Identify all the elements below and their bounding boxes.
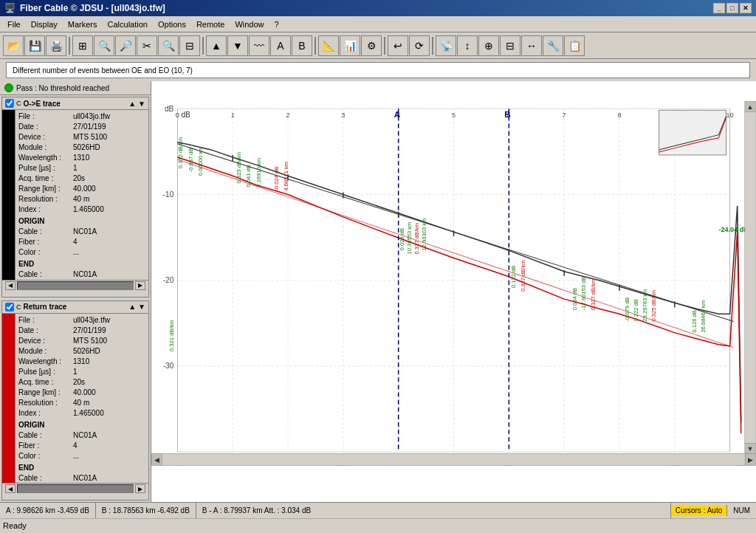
close-button[interactable]: ✕ — [740, 3, 752, 13]
title-bar: 🖥️ Fiber Cable © JDSU - [ull043jo.tfw] _… — [0, 0, 756, 16]
svg-text:0.332 dB/km: 0.332 dB/km — [177, 137, 184, 169]
return-scroll-track[interactable] — [17, 484, 134, 493]
toolbar-extra4[interactable]: 📋 — [564, 35, 585, 56]
return-scroll-right[interactable]: ▶ — [135, 484, 145, 493]
menu-help[interactable]: ? — [270, 18, 284, 30]
toolbar-extra1[interactable]: ⊟ — [500, 35, 520, 56]
svg-text:▼: ▼ — [746, 445, 753, 453]
info-bar-container: Different number of events between OE an… — [0, 59, 756, 81]
oe-trace-section: C O->E trace ▲ ▼ File :ull043jo.tfw Date… — [1, 97, 149, 298]
menu-remote[interactable]: Remote — [192, 18, 230, 30]
toolbar-extra2[interactable]: ↔ — [521, 35, 542, 56]
marker-a-status: A : 9.98626 km -3.459 dB — [0, 503, 96, 518]
toolbar-measure[interactable]: 📐 — [318, 35, 339, 56]
toolbar-scale[interactable]: ↕ — [457, 35, 478, 56]
svg-rect-83 — [162, 453, 746, 465]
svg-text:▶: ▶ — [748, 456, 753, 464]
toolbar-print[interactable]: 🖨️ — [46, 35, 66, 56]
toolbar-open[interactable]: 📂 — [3, 35, 24, 56]
svg-text:0.321 dB/km: 0.321 dB/km — [168, 320, 175, 351]
toolbar-zoom-fit[interactable]: ⊟ — [179, 35, 200, 56]
info-message: Different number of events between OE an… — [13, 66, 193, 75]
toolbar-sep-3 — [315, 37, 316, 55]
toolbar-search[interactable]: 🔍 — [158, 35, 179, 56]
menu-display[interactable]: Display — [27, 18, 62, 30]
toolbar-undo[interactable]: ↩ — [388, 35, 408, 56]
svg-text:3: 3 — [341, 111, 345, 119]
return-trace-scroll-up[interactable]: ▲ — [128, 303, 136, 311]
toolbar-zoom-in[interactable]: 🔍 — [94, 35, 114, 56]
return-trace-body: File :ull043je.tfw Date :27/01/199 Devic… — [2, 314, 148, 484]
toolbar-zoom-out[interactable]: 🔎 — [115, 35, 136, 56]
svg-text:-30: -30 — [163, 362, 174, 370]
svg-text:A: A — [394, 110, 400, 119]
trace-direction-icon: C — [16, 100, 21, 107]
svg-text:-0.987 dB: -0.987 dB — [188, 148, 194, 172]
return-trace-color-strip — [2, 314, 16, 484]
chart-area[interactable]: dB -10 -20 -30 0 1 2 3 4 5 6 7 8 9 10 0 … — [151, 81, 756, 502]
svg-text:-20: -20 — [163, 276, 174, 284]
oe-trace-checkbox[interactable] — [5, 99, 14, 108]
toolbar-redo[interactable]: ⟳ — [409, 35, 430, 56]
return-trace-section: C Return trace ▲ ▼ File :ull043je.tfw Da… — [1, 300, 149, 501]
toolbar-down[interactable]: ▼ — [227, 35, 248, 56]
toolbar: 📂 💾 🖨️ ⊞ 🔍 🔎 ✂ 🔍 ⊟ ▲ ▼ 〰 A B 📐 📊 ⚙ ↩ ⟳ 📡… — [0, 32, 756, 59]
title-text: 🖥️ Fiber Cable © JDSU - [ull043jo.tfw] — [4, 3, 165, 13]
svg-text:0.222 dB: 0.222 dB — [633, 299, 639, 321]
toolbar-marker-b[interactable]: B — [292, 35, 312, 56]
toolbar-connect[interactable]: 📡 — [436, 35, 456, 56]
svg-text:8: 8 — [617, 111, 621, 119]
return-trace-header: C Return trace ▲ ▼ — [2, 301, 148, 314]
num-status: NUM — [726, 505, 756, 516]
svg-text:-0.079 dB: -0.079 dB — [624, 298, 630, 322]
menu-window[interactable]: Window — [230, 18, 268, 30]
oe-scroll-track[interactable] — [17, 281, 134, 290]
menu-bar: File Display Markers Calculation Options… — [0, 16, 756, 32]
svg-text:0.317 dB/km: 0.317 dB/km — [413, 223, 420, 255]
svg-text:0.041 dB: 0.041 dB — [245, 165, 252, 187]
menu-file[interactable]: File — [3, 18, 25, 30]
oe-trace-color-strip — [2, 110, 16, 280]
toolbar-chart[interactable]: 📊 — [340, 35, 360, 56]
svg-text:0.323 dB/km: 0.323 dB/km — [236, 152, 242, 184]
pass-text: Pass : No threshold reached — [16, 84, 109, 92]
toolbar-add[interactable]: ⊕ — [478, 35, 499, 56]
toolbar-up[interactable]: ▲ — [206, 35, 227, 56]
toolbar-cut[interactable]: ✂ — [137, 35, 157, 56]
toolbar-marker-a[interactable]: A — [270, 35, 291, 56]
return-scroll-left[interactable]: ◀ — [5, 484, 16, 493]
svg-text:5: 5 — [452, 111, 456, 119]
svg-text:▲: ▲ — [746, 103, 753, 111]
toolbar-settings[interactable]: ⚙ — [361, 35, 382, 56]
return-trace-scroll-down[interactable]: ▼ — [138, 303, 145, 311]
diff-status: B - A : 8.79937 km Att. : 3.034 dB — [196, 503, 671, 518]
main-content: Pass : No threshold reached C O->E trace… — [0, 81, 756, 502]
return-trace-checkbox[interactable] — [5, 303, 14, 312]
oe-trace-scroll-up[interactable]: ▲ — [128, 100, 136, 108]
oe-trace-label: O->E trace — [24, 100, 61, 108]
menu-calculation[interactable]: Calculation — [103, 18, 152, 30]
menu-markers[interactable]: Markers — [63, 18, 102, 30]
svg-text:10: 10 — [726, 111, 734, 119]
svg-text:-24.04 dB: -24.04 dB — [718, 226, 749, 233]
svg-text:-0.024 dB: -0.024 dB — [273, 167, 280, 191]
toolbar-extra3[interactable]: 🔧 — [543, 35, 563, 56]
svg-text:1: 1 — [231, 111, 235, 119]
toolbar-save[interactable]: 💾 — [24, 35, 45, 56]
svg-text:-10: -10 — [163, 190, 174, 199]
oe-scroll-left[interactable]: ◀ — [5, 281, 16, 290]
maximize-button[interactable]: □ — [726, 3, 738, 13]
toolbar-wave[interactable]: 〰 — [249, 35, 269, 56]
svg-text:2: 2 — [286, 111, 290, 119]
minimize-button[interactable]: _ — [713, 3, 725, 13]
menu-options[interactable]: Options — [154, 18, 190, 30]
svg-text:B: B — [504, 110, 510, 119]
svg-text:12.93303 km: 12.93303 km — [421, 219, 427, 251]
oe-scroll-right[interactable]: ▶ — [135, 281, 145, 290]
svg-text:10.39553 km: 10.39553 km — [406, 222, 413, 255]
title-controls[interactable]: _ □ ✕ — [713, 3, 752, 13]
oe-trace-scroll-down[interactable]: ▼ — [138, 100, 145, 108]
toolbar-grid[interactable]: ⊞ — [72, 35, 93, 56]
toolbar-sep-4 — [384, 37, 385, 55]
svg-text:dB: dB — [165, 105, 174, 113]
